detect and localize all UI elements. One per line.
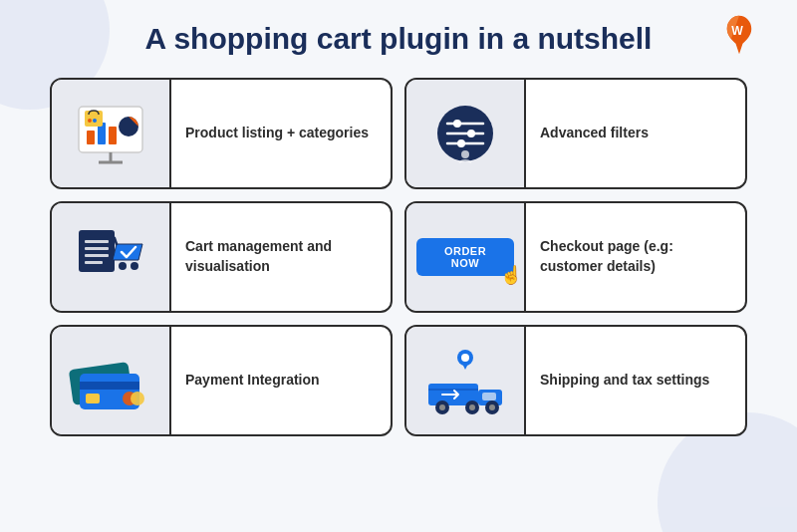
card-shipping-label: Shipping and tax settings	[540, 371, 709, 391]
svg-rect-28	[80, 382, 139, 390]
svg-rect-20	[85, 240, 109, 243]
svg-rect-29	[86, 394, 100, 403]
page-wrapper: A shopping cart plugin in a nutshell W	[0, 0, 797, 532]
header-row: A shopping cart plugin in a nutshell W	[40, 22, 757, 56]
advanced-filters-icon-area	[406, 80, 526, 187]
svg-point-18	[461, 150, 469, 158]
payment-integration-icon	[66, 346, 155, 415]
checkout-icon-area: ORDER NOW ☝	[406, 203, 526, 311]
order-now-label: ORDER NOW	[444, 245, 486, 269]
svg-point-33	[461, 354, 469, 362]
svg-point-17	[457, 139, 465, 147]
svg-rect-23	[85, 261, 103, 264]
card-cart-management: Cart management and visualisation	[50, 201, 393, 313]
svg-rect-8	[85, 111, 103, 127]
page-title: A shopping cart plugin in a nutshell	[145, 22, 653, 56]
svg-point-25	[131, 262, 138, 270]
svg-rect-36	[482, 393, 496, 400]
card-checkout-page: ORDER NOW ☝ Checkout page (e.g: customer…	[404, 201, 747, 313]
product-listing-icon-area	[52, 80, 171, 187]
svg-point-13	[453, 120, 461, 128]
card-product-listing-label: Product listing + categories	[185, 124, 369, 143]
card-product-listing: Product listing + categories	[50, 78, 393, 189]
svg-point-10	[93, 119, 97, 123]
svg-point-43	[489, 404, 495, 410]
shipping-icon-area	[406, 327, 526, 434]
svg-rect-6	[109, 127, 117, 144]
card-product-listing-text: Product listing + categories	[171, 112, 391, 155]
card-advanced-filters: Advanced filters	[404, 78, 747, 189]
card-checkout-label: Checkout page (e.g: customer details)	[540, 237, 731, 276]
card-checkout-text: Checkout page (e.g: customer details)	[526, 225, 745, 288]
svg-point-9	[88, 119, 92, 123]
svg-rect-4	[87, 131, 95, 144]
svg-point-31	[131, 392, 144, 405]
payment-icon-area	[52, 327, 171, 434]
cart-management-icon	[71, 222, 150, 292]
svg-rect-19	[79, 230, 115, 272]
logo-area: W	[721, 14, 757, 56]
svg-rect-22	[85, 254, 109, 257]
cards-grid: Product listing + categories	[50, 78, 747, 436]
card-payment-integration: Payment Integration	[50, 325, 393, 436]
svg-point-41	[469, 404, 475, 410]
svg-point-15	[467, 130, 475, 137]
shipping-icon	[420, 346, 510, 415]
svg-point-39	[439, 404, 445, 410]
card-shipping-text: Shipping and tax settings	[526, 359, 745, 402]
product-listing-icon	[71, 99, 150, 168]
card-shipping: Shipping and tax settings	[404, 325, 747, 436]
logo-icon: W	[721, 14, 757, 56]
card-advanced-filters-label: Advanced filters	[540, 124, 649, 143]
card-payment-text: Payment Integration	[171, 359, 391, 402]
svg-rect-21	[85, 247, 109, 250]
card-advanced-filters-text: Advanced filters	[526, 112, 745, 155]
advanced-filters-icon	[425, 99, 505, 168]
svg-point-24	[119, 262, 127, 270]
cursor-icon: ☝	[500, 264, 522, 286]
card-cart-management-label: Cart management and visualisation	[185, 237, 377, 276]
card-payment-label: Payment Integration	[185, 371, 320, 391]
cart-management-icon-area	[52, 203, 171, 311]
svg-text:W: W	[731, 24, 743, 38]
card-cart-management-text: Cart management and visualisation	[171, 225, 391, 288]
